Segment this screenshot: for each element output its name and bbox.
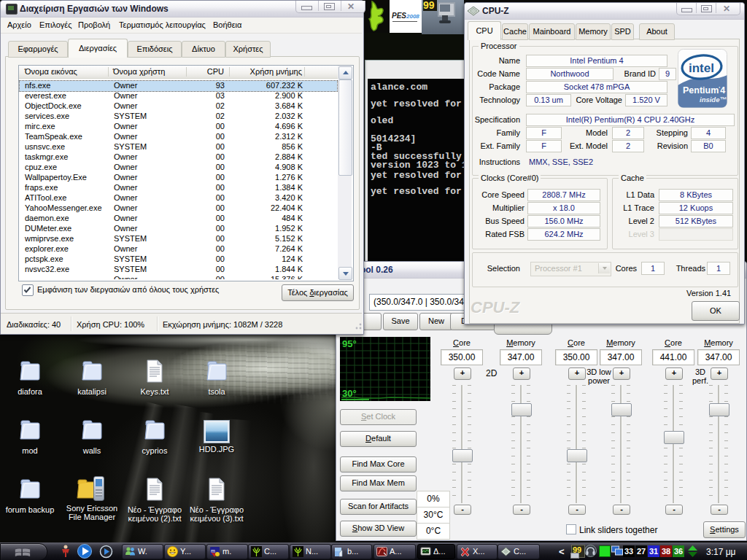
svg-text:95°: 95° [342, 338, 357, 349]
svg-text:inside™: inside™ [700, 96, 727, 104]
svg-text:intel: intel [689, 61, 714, 75]
svg-text:30°: 30° [342, 388, 357, 399]
